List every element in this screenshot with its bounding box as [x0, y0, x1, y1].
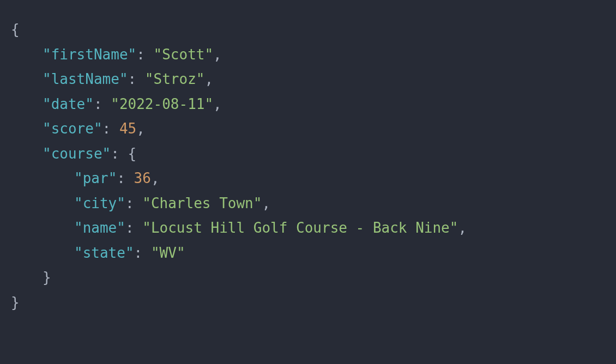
- lastname-line: "lastName": "Stroz",: [11, 67, 605, 92]
- json-code-block: {"firstName": "Scott","lastName": "Stroz…: [11, 17, 605, 315]
- open-brace-line: {: [11, 17, 605, 43]
- course-open-line: "course": {: [11, 142, 605, 167]
- score-line: "score": 45,: [11, 117, 605, 142]
- course-close-line: }: [11, 265, 605, 290]
- name-line: "name": "Locust Hill Golf Course - Back …: [11, 216, 605, 241]
- close-brace-line: }: [11, 290, 605, 316]
- state-line: "state": "WV": [11, 241, 605, 266]
- par-line: "par": 36,: [11, 166, 605, 191]
- date-line: "date": "2022-08-11",: [11, 92, 605, 117]
- city-line: "city": "Charles Town",: [11, 191, 605, 216]
- firstname-line: "firstName": "Scott",: [11, 43, 605, 68]
